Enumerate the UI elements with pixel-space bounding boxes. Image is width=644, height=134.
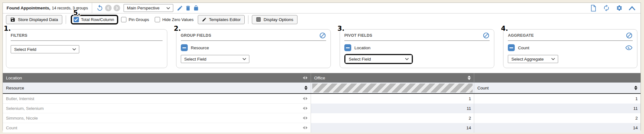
lock-perspective-button[interactable] (192, 4, 200, 12)
pivot-fields-panel: 3. PIVOT FIELDS Location Select Field (340, 29, 494, 68)
annotation-3-badge: 3. (337, 25, 345, 32)
column-move-icon[interactable] (303, 107, 308, 110)
pivot-select-highlight: Select Field (344, 54, 413, 64)
sort-icon[interactable] (468, 76, 471, 80)
clear-pivot-fields-button[interactable] (483, 32, 490, 39)
total-label-cell: Count (3, 123, 311, 133)
hatched-cell (311, 83, 474, 93)
chevron-down-icon (72, 48, 76, 51)
field-panels: 1. FILTERS Select Field 2. GROUP FIELDS (3, 25, 641, 70)
settings-button[interactable] (615, 4, 623, 12)
count-value-cell: 11 (474, 104, 641, 113)
store-displayed-data-label: Store Displayed Data (18, 17, 58, 22)
office-header-label: Office (314, 76, 325, 80)
display-options-button[interactable]: Display Options (252, 15, 297, 24)
total-label: Count (6, 126, 17, 130)
edit-icon (177, 5, 183, 11)
row-field-header-row: Resource Count (3, 83, 641, 94)
delete-perspective-button[interactable] (184, 4, 192, 12)
sort-icon[interactable] (634, 86, 637, 90)
column-move-icon[interactable] (303, 76, 308, 79)
display-options-label: Display Options (264, 17, 293, 22)
annotation-4-badge: 4. (501, 25, 508, 32)
total-row: Count 14 14 (3, 123, 641, 133)
office-total-cell: 14 (311, 123, 474, 133)
count-total-value: 14 (633, 126, 638, 130)
aggregate-title: AGGREGATE (508, 33, 534, 38)
pivot-field-label: Location (354, 46, 370, 50)
ban-icon (483, 32, 490, 39)
refresh-button[interactable] (602, 4, 610, 12)
total-row-column-label[interactable]: Total Row/Column (81, 17, 114, 22)
perspective-select-value: Main Perspective (127, 6, 160, 10)
pencil-icon (202, 17, 207, 22)
toggle-count-visibility-button[interactable] (625, 45, 633, 51)
column-move-icon[interactable] (303, 97, 308, 100)
undo-button[interactable] (96, 4, 104, 12)
pivot-fields-select-value: Select Field (349, 57, 371, 62)
aggregate-panel: 4. AGGREGATE Count Select (503, 29, 637, 68)
aggregate-select[interactable]: Select Aggregate (508, 55, 558, 63)
hide-zero-values-checkbox[interactable] (155, 17, 160, 22)
resource-row-header[interactable]: Resource (3, 83, 311, 93)
remove-count-aggregate-button[interactable] (508, 44, 515, 51)
aggregate-field-row: Count (508, 44, 633, 51)
column-move-icon[interactable] (303, 126, 308, 129)
divider (248, 15, 248, 24)
count-value-cell: 1 (474, 94, 641, 104)
filters-panel: 1. FILTERS Select Field (6, 29, 167, 68)
filters-select[interactable]: Select Field (11, 45, 79, 53)
remove-resource-field-button[interactable] (181, 44, 188, 51)
resource-name: Selenium, Selenium (6, 106, 44, 111)
group-fields-select[interactable]: Select Field (181, 55, 249, 63)
pin-groups-checkbox[interactable] (121, 17, 126, 22)
sort-icon[interactable] (304, 86, 308, 90)
filters-title: FILTERS (11, 33, 27, 38)
count-total-cell: 14 (474, 123, 641, 133)
page-title: Found Appointments, (7, 6, 50, 10)
count-header-label: Count (477, 86, 489, 90)
main-window: Found Appointments, 14 records, 3 groups… (3, 3, 641, 131)
previous-perspective-button[interactable] (105, 5, 112, 11)
resource-name: Butler, Internist (6, 96, 34, 101)
hide-zero-values-label[interactable]: Hide Zero Values (162, 17, 193, 22)
office-value-cell: 1 (311, 94, 474, 104)
store-displayed-data-button[interactable]: Store Displayed Data (6, 15, 62, 24)
new-perspective-button[interactable] (589, 4, 597, 12)
lock-icon (193, 5, 199, 11)
perspective-select[interactable]: Main Perspective (124, 4, 173, 12)
next-perspective-button[interactable] (114, 5, 120, 11)
pivot-fields-select[interactable]: Select Field (345, 55, 412, 63)
annotation-1-badge: 1. (4, 25, 11, 32)
new-document-icon (590, 5, 597, 12)
pivot-fields-title: PIVOT FIELDS (344, 33, 372, 38)
pivot-column-header-row: Location Office (3, 73, 641, 83)
empty-header-cell (474, 73, 641, 83)
count-column-header[interactable]: Count (474, 83, 641, 93)
count-value-cell: 2 (474, 113, 641, 123)
location-column-header[interactable]: Location (3, 73, 311, 83)
table-row: Selenium, Selenium 11 11 (3, 104, 641, 113)
resource-name-cell: Selenium, Selenium (3, 104, 311, 113)
clear-group-fields-button[interactable] (319, 32, 326, 39)
ban-icon (626, 32, 633, 39)
annotation-5-badge: 5. (73, 10, 80, 16)
divider (66, 15, 66, 24)
chevron-down-icon (551, 58, 555, 60)
clear-aggregate-button[interactable] (626, 32, 633, 39)
count-value: 2 (635, 116, 638, 121)
total-row-column-checkbox[interactable] (74, 17, 79, 22)
resource-name-cell: Butler, Internist (3, 94, 311, 104)
office-column-header[interactable]: Office (311, 73, 474, 83)
remove-location-field-button[interactable] (344, 44, 351, 51)
column-move-icon[interactable] (303, 116, 308, 120)
edit-perspective-button[interactable] (176, 4, 184, 12)
group-fields-select-value: Select Field (184, 57, 207, 62)
pin-groups-label[interactable]: Pin Groups (129, 17, 149, 22)
chevron-down-icon (405, 58, 409, 60)
templates-editor-button[interactable]: Templates Editor (198, 15, 245, 24)
pivot-table: Location Office Resource Count (3, 73, 641, 133)
aggregate-select-value: Select Aggregate (511, 57, 544, 62)
location-header-label: Location (6, 76, 22, 80)
collapse-panel-button[interactable] (628, 4, 636, 12)
